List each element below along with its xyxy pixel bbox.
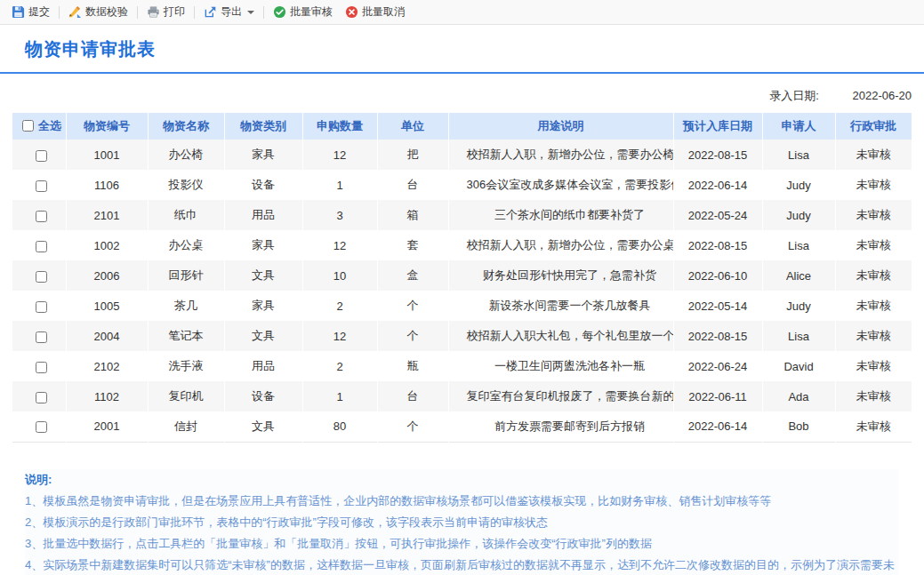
header-applicant: 申请人	[762, 113, 835, 140]
cell-expected-date: 2022-06-11	[673, 381, 762, 411]
table-row: 1005 茶几 家具 2 个 新设茶水间需要一个茶几放餐具 2022-05-14…	[12, 291, 912, 321]
cell-status[interactable]: 未审核	[835, 291, 912, 321]
row-checkbox[interactable]	[36, 331, 47, 343]
cell-purpose: 前方发票需要邮寄到后方报销	[448, 411, 673, 442]
batch-cancel-button[interactable]: 批量取消	[339, 2, 411, 22]
export-icon	[204, 5, 217, 19]
cell-unit: 把	[377, 140, 448, 170]
cell-status[interactable]: 未审核	[835, 381, 912, 411]
validate-button[interactable]: 数据校验	[62, 2, 134, 22]
cell-purpose: 校招新人入职，新增办公位，需要办公桌	[448, 230, 673, 260]
cell-category: 设备	[224, 170, 302, 200]
cell-purpose: 一楼卫生间两盥洗池各补一瓶	[448, 351, 673, 381]
cell-category: 用品	[224, 200, 302, 230]
header-qty: 申购数量	[302, 113, 377, 140]
header-unit: 单位	[377, 113, 448, 140]
cell-status[interactable]: 未审核	[835, 170, 912, 200]
cell-purpose: 校招新人入职，新增办公位，需要办公椅	[448, 140, 673, 170]
cell-unit: 个	[377, 411, 448, 442]
cell-applicant: Alice	[762, 260, 835, 291]
print-label: 打印	[164, 4, 185, 20]
cell-expected-date: 2022-08-15	[673, 321, 762, 351]
toolbar-separator	[263, 6, 264, 19]
note-item: 4、实际场景中新建数据集时可以只筛选“未审核”的数据，这样数据一旦审核，页面刷新…	[25, 555, 899, 575]
row-select-cell	[12, 200, 66, 230]
row-checkbox[interactable]	[36, 271, 47, 283]
row-checkbox[interactable]	[36, 211, 47, 222]
table-row: 1106 投影仪 设备 1 台 306会议室改成多媒体会议室，需要投影仪 202…	[12, 170, 912, 200]
row-checkbox[interactable]	[36, 421, 47, 433]
cell-expected-date: 2022-08-15	[673, 140, 762, 170]
cell-status[interactable]: 未审核	[835, 260, 912, 291]
cell-status[interactable]: 未审核	[835, 321, 912, 351]
row-checkbox[interactable]	[36, 241, 47, 252]
toolbar-separator	[137, 6, 138, 19]
cell-status[interactable]: 未审核	[835, 230, 912, 260]
row-select-cell	[12, 351, 66, 381]
row-checkbox[interactable]	[36, 362, 47, 373]
cell-purpose: 财务处回形针快用完了，急需补货	[448, 260, 673, 291]
header-material-id: 物资编号	[66, 113, 148, 140]
cell-status[interactable]: 未审核	[835, 351, 912, 381]
cell-expected-date: 2022-06-14	[673, 170, 762, 200]
batch-approve-button[interactable]: 批量审核	[267, 2, 339, 22]
cell-material-name: 茶几	[148, 291, 224, 321]
row-select-cell	[12, 381, 66, 411]
cell-applicant: Bob	[762, 411, 835, 442]
note-item: 1、模板虽然是物资申请审批，但是在场景应用上具有普适性，企业内部的数据审核场景都…	[25, 491, 899, 512]
toolbar: 提交 数据校验 打印 导出	[0, 0, 924, 25]
chevron-down-icon	[247, 11, 254, 14]
cell-material-name: 笔记本	[148, 321, 224, 351]
row-select-cell	[12, 321, 66, 351]
row-checkbox[interactable]	[36, 180, 47, 192]
table-row: 1001 办公椅 家具 12 把 校招新人入职，新增办公位，需要办公椅 2022…	[12, 140, 912, 170]
cell-purpose: 306会议室改成多媒体会议室，需要投影仪	[448, 170, 673, 200]
cell-category: 文具	[224, 260, 302, 291]
submit-button[interactable]: 提交	[5, 2, 56, 22]
cell-status[interactable]: 未审核	[835, 140, 912, 170]
cell-expected-date: 2022-06-24	[673, 351, 762, 381]
cell-material-name: 信封	[148, 411, 224, 442]
table-row: 2004 笔记本 文具 12 个 校招新人入职大礼包，每个礼包里放一个 2022…	[12, 321, 912, 351]
cell-qty: 12	[302, 321, 377, 351]
cell-category: 文具	[224, 411, 302, 442]
note-item: 2、模板演示的是行政部门审批环节，表格中的“行政审批”字段可修改，该字段表示当前…	[25, 512, 899, 533]
cell-qty: 80	[302, 411, 377, 442]
cell-category: 设备	[224, 381, 302, 411]
row-select-cell	[12, 260, 66, 291]
export-label: 导出	[221, 4, 242, 20]
cell-expected-date: 2022-06-10	[673, 260, 762, 291]
cell-material-name: 投影仪	[148, 170, 224, 200]
cell-material-id: 2102	[66, 351, 148, 381]
select-all-label: 全选	[38, 118, 61, 134]
cell-material-name: 办公桌	[148, 230, 224, 260]
cell-qty: 12	[302, 140, 377, 170]
print-button[interactable]: 打印	[141, 2, 191, 22]
check-circle-icon	[273, 5, 286, 19]
cell-material-id: 1001	[66, 140, 148, 170]
cell-applicant: David	[762, 351, 835, 381]
row-checkbox[interactable]	[36, 301, 47, 313]
cell-category: 用品	[224, 351, 302, 381]
printer-icon	[147, 5, 160, 19]
page-title: 物资申请审批表	[25, 37, 924, 61]
cell-material-name: 纸巾	[148, 200, 224, 230]
table-body: 1001 办公椅 家具 12 把 校招新人入职，新增办公位，需要办公椅 2022…	[12, 140, 912, 442]
select-all-checkbox[interactable]	[22, 120, 34, 132]
cell-unit: 瓶	[377, 351, 448, 381]
row-checkbox[interactable]	[36, 392, 47, 403]
cell-qty: 3	[302, 200, 377, 230]
table-row: 1102 复印机 设备 1 台 复印室有台复印机报废了，需要换台新的 2022-…	[12, 381, 912, 411]
cell-unit: 台	[377, 381, 448, 411]
content: 录入日期: 2022-06-20 全选 物资编号 物资名称 物资	[0, 88, 924, 575]
cell-unit: 个	[377, 291, 448, 321]
row-checkbox[interactable]	[36, 150, 47, 162]
cell-material-name: 回形针	[148, 260, 224, 291]
cell-status[interactable]: 未审核	[835, 411, 912, 442]
batch-approve-label: 批量审核	[290, 4, 333, 20]
cell-applicant: Judy	[762, 170, 835, 200]
export-button[interactable]: 导出	[197, 2, 261, 22]
cell-purpose: 校招新人入职大礼包，每个礼包里放一个	[448, 321, 673, 351]
cell-applicant: Lisa	[762, 140, 835, 170]
cell-status[interactable]: 未审核	[835, 200, 912, 230]
